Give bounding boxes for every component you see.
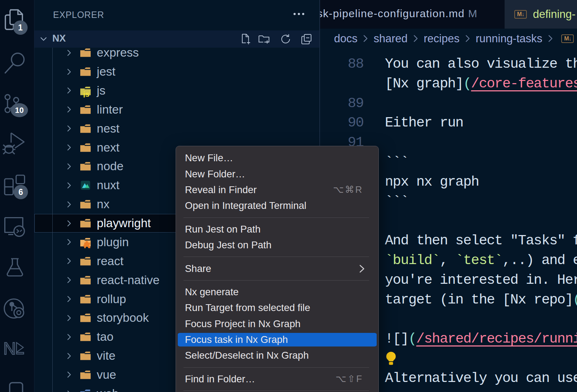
svg-text:N: N [3,339,16,358]
svg-text:js: js [83,90,90,97]
